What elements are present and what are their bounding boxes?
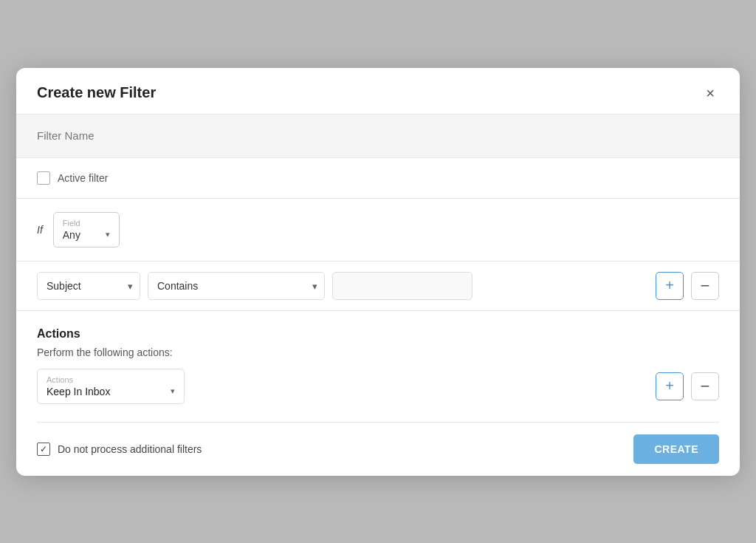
modal-overlay: Create new Filter × Active filter If Fie… (0, 0, 756, 543)
no-additional-filters-checkbox[interactable]: ✓ (37, 443, 50, 456)
modal-title: Create new Filter (37, 84, 156, 101)
actions-section: Actions Perform the following actions: A… (16, 311, 740, 422)
actions-dropdown-value: Keep In Inbox ▾ (47, 386, 175, 397)
subject-select-wrapper: Subject From To Body (37, 272, 140, 300)
field-any-dropdown[interactable]: Field Any ▾ (53, 212, 120, 247)
field-dropdown-value: Any ▾ (63, 229, 110, 241)
active-filter-label: Active filter (58, 172, 108, 184)
actions-title: Actions (37, 327, 719, 341)
active-filter-section: Active filter (16, 158, 740, 199)
create-button[interactable]: CREATE (633, 434, 719, 464)
modal-footer: ✓ Do not process additional filters CREA… (16, 423, 740, 476)
chevron-down-icon: ▾ (171, 386, 175, 396)
filter-name-input[interactable] (37, 129, 719, 142)
contains-select-wrapper: Contains Does not contain Equals Starts … (148, 272, 325, 300)
modal-dialog: Create new Filter × Active filter If Fie… (16, 68, 740, 476)
if-section: If Field Any ▾ (16, 199, 740, 262)
no-additional-filters-label: Do not process additional filters (58, 443, 202, 455)
actions-dropdown[interactable]: Actions Keep In Inbox ▾ (37, 369, 185, 404)
condition-row: Subject From To Body Contains Does not c… (16, 262, 740, 311)
filter-name-section (16, 115, 740, 158)
active-filter-checkbox[interactable] (37, 171, 50, 185)
footer-left: ✓ Do not process additional filters (37, 443, 202, 456)
contains-select[interactable]: Contains Does not contain Equals Starts … (148, 272, 325, 300)
chevron-down-icon: ▾ (106, 230, 110, 239)
actions-subtitle: Perform the following actions: (37, 346, 719, 358)
subject-select[interactable]: Subject From To Body (37, 272, 140, 300)
remove-action-button[interactable]: − (691, 372, 719, 400)
if-label: If (37, 224, 43, 236)
actions-row: Actions Keep In Inbox ▾ + − (37, 369, 719, 414)
remove-condition-button[interactable]: − (691, 272, 719, 300)
modal-body: Active filter If Field Any ▾ Subject (16, 115, 740, 422)
add-condition-button[interactable]: + (656, 272, 684, 300)
modal-header: Create new Filter × (16, 68, 740, 115)
condition-value-input[interactable] (332, 272, 472, 300)
close-button[interactable]: × (701, 84, 719, 102)
actions-dropdown-label: Actions (47, 375, 175, 384)
field-dropdown-label: Field (63, 219, 110, 228)
add-action-button[interactable]: + (656, 372, 684, 400)
